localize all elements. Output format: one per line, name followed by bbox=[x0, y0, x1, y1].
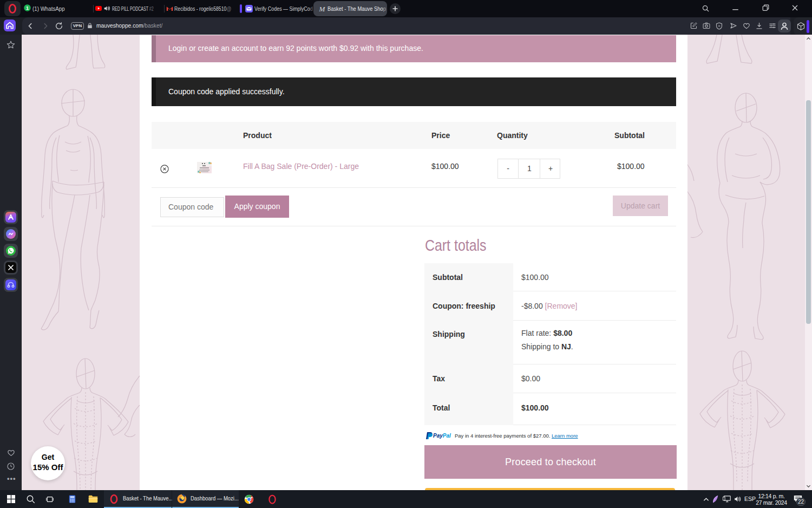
svg-text:1: 1 bbox=[26, 5, 29, 11]
svg-text:PayPal: PayPal bbox=[433, 433, 451, 439]
svg-text:M: M bbox=[319, 5, 326, 13]
